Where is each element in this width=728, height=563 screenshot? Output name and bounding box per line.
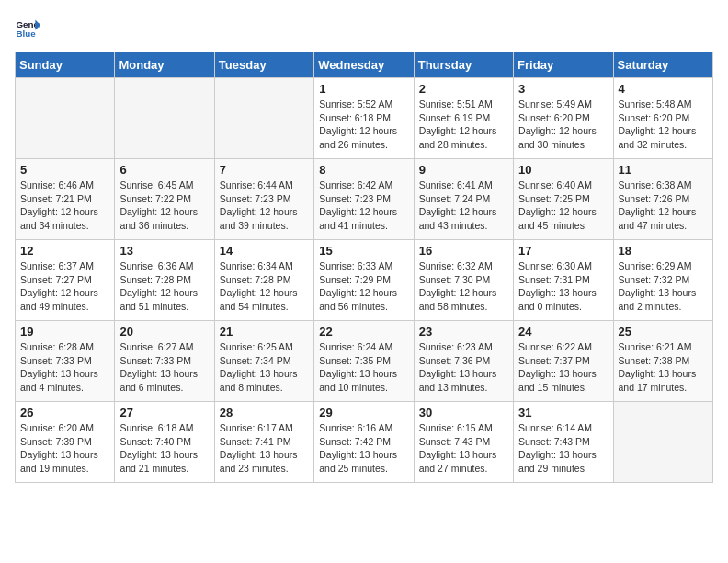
- day-info: Sunrise: 6:24 AM Sunset: 7:35 PM Dayligh…: [319, 340, 408, 395]
- calendar-cell: 22Sunrise: 6:24 AM Sunset: 7:35 PM Dayli…: [314, 321, 414, 402]
- day-number: 7: [220, 163, 309, 177]
- day-info: Sunrise: 6:44 AM Sunset: 7:23 PM Dayligh…: [220, 178, 309, 233]
- day-info: Sunrise: 6:42 AM Sunset: 7:23 PM Dayligh…: [319, 178, 408, 233]
- logo-icon: General Blue: [15, 15, 40, 40]
- calendar-cell: 21Sunrise: 6:25 AM Sunset: 7:34 PM Dayli…: [214, 321, 313, 402]
- calendar-cell: 18Sunrise: 6:29 AM Sunset: 7:32 PM Dayli…: [613, 240, 712, 321]
- day-info: Sunrise: 6:15 AM Sunset: 7:43 PM Dayligh…: [419, 421, 508, 476]
- calendar-header-row: SundayMondayTuesdayWednesdayThursdayFrid…: [16, 52, 713, 78]
- calendar-cell: 19Sunrise: 6:28 AM Sunset: 7:33 PM Dayli…: [16, 321, 115, 402]
- day-info: Sunrise: 6:25 AM Sunset: 7:34 PM Dayligh…: [220, 340, 309, 395]
- day-number: 17: [518, 244, 608, 258]
- day-number: 23: [419, 325, 508, 339]
- day-number: 10: [518, 163, 608, 177]
- day-info: Sunrise: 6:33 AM Sunset: 7:29 PM Dayligh…: [319, 259, 408, 314]
- header-cell-sunday: Sunday: [16, 52, 115, 78]
- calendar-cell: 1Sunrise: 5:52 AM Sunset: 6:18 PM Daylig…: [314, 78, 414, 159]
- calendar-cell: 14Sunrise: 6:34 AM Sunset: 7:28 PM Dayli…: [214, 240, 313, 321]
- day-info: Sunrise: 6:40 AM Sunset: 7:25 PM Dayligh…: [518, 178, 608, 233]
- day-number: 31: [518, 406, 608, 419]
- day-info: Sunrise: 6:23 AM Sunset: 7:36 PM Dayligh…: [419, 340, 508, 395]
- day-info: Sunrise: 6:18 AM Sunset: 7:40 PM Dayligh…: [119, 421, 209, 476]
- day-number: 22: [319, 325, 408, 339]
- day-number: 21: [220, 325, 309, 339]
- day-number: 20: [119, 325, 209, 339]
- day-info: Sunrise: 6:20 AM Sunset: 7:39 PM Dayligh…: [20, 421, 109, 476]
- calendar-week-row: 12Sunrise: 6:37 AM Sunset: 7:27 PM Dayli…: [16, 240, 713, 321]
- calendar-cell: 23Sunrise: 6:23 AM Sunset: 7:36 PM Dayli…: [414, 321, 513, 402]
- calendar-cell: [16, 78, 115, 159]
- day-number: 19: [20, 325, 109, 339]
- day-info: Sunrise: 5:49 AM Sunset: 6:20 PM Dayligh…: [518, 98, 608, 152]
- day-info: Sunrise: 6:38 AM Sunset: 7:26 PM Dayligh…: [619, 178, 708, 233]
- day-number: 30: [419, 406, 508, 419]
- day-number: 3: [518, 82, 608, 96]
- header-cell-friday: Friday: [514, 52, 613, 78]
- calendar-cell: 20Sunrise: 6:27 AM Sunset: 7:33 PM Dayli…: [115, 321, 214, 402]
- day-info: Sunrise: 6:16 AM Sunset: 7:42 PM Dayligh…: [319, 421, 408, 476]
- calendar-cell: 17Sunrise: 6:30 AM Sunset: 7:31 PM Dayli…: [514, 240, 613, 321]
- calendar-cell: 4Sunrise: 5:48 AM Sunset: 6:20 PM Daylig…: [613, 78, 712, 159]
- day-info: Sunrise: 5:52 AM Sunset: 6:18 PM Dayligh…: [319, 98, 408, 152]
- day-number: 5: [20, 163, 109, 177]
- day-info: Sunrise: 6:17 AM Sunset: 7:41 PM Dayligh…: [220, 421, 309, 476]
- day-info: Sunrise: 6:41 AM Sunset: 7:24 PM Dayligh…: [419, 178, 508, 233]
- day-number: 14: [220, 244, 309, 258]
- calendar-cell: 27Sunrise: 6:18 AM Sunset: 7:40 PM Dayli…: [115, 402, 214, 483]
- calendar-cell: [115, 78, 214, 159]
- day-number: 13: [119, 244, 209, 258]
- day-info: Sunrise: 6:22 AM Sunset: 7:37 PM Dayligh…: [518, 340, 608, 395]
- day-number: 1: [319, 82, 408, 96]
- calendar-week-row: 1Sunrise: 5:52 AM Sunset: 6:18 PM Daylig…: [16, 78, 713, 159]
- day-info: Sunrise: 6:45 AM Sunset: 7:22 PM Dayligh…: [119, 178, 209, 233]
- calendar-cell: 9Sunrise: 6:41 AM Sunset: 7:24 PM Daylig…: [414, 159, 513, 240]
- calendar-cell: 29Sunrise: 6:16 AM Sunset: 7:42 PM Dayli…: [314, 402, 414, 483]
- day-number: 8: [319, 163, 408, 177]
- calendar-cell: 24Sunrise: 6:22 AM Sunset: 7:37 PM Dayli…: [514, 321, 613, 402]
- calendar-body: 1Sunrise: 5:52 AM Sunset: 6:18 PM Daylig…: [16, 78, 713, 483]
- day-number: 25: [619, 325, 708, 339]
- header-cell-wednesday: Wednesday: [314, 52, 414, 78]
- day-info: Sunrise: 6:34 AM Sunset: 7:28 PM Dayligh…: [220, 259, 309, 314]
- day-info: Sunrise: 6:29 AM Sunset: 7:32 PM Dayligh…: [619, 259, 708, 314]
- calendar-cell: 6Sunrise: 6:45 AM Sunset: 7:22 PM Daylig…: [115, 159, 214, 240]
- calendar-cell: 10Sunrise: 6:40 AM Sunset: 7:25 PM Dayli…: [514, 159, 613, 240]
- day-info: Sunrise: 6:14 AM Sunset: 7:43 PM Dayligh…: [518, 421, 608, 476]
- day-number: 4: [619, 82, 708, 96]
- calendar-cell: 16Sunrise: 6:32 AM Sunset: 7:30 PM Dayli…: [414, 240, 513, 321]
- day-info: Sunrise: 6:27 AM Sunset: 7:33 PM Dayligh…: [119, 340, 209, 395]
- header-cell-saturday: Saturday: [613, 52, 712, 78]
- calendar-cell: [214, 78, 313, 159]
- day-number: 29: [319, 406, 408, 419]
- day-number: 27: [119, 406, 209, 419]
- calendar-cell: 5Sunrise: 6:46 AM Sunset: 7:21 PM Daylig…: [16, 159, 115, 240]
- header-cell-thursday: Thursday: [414, 52, 513, 78]
- day-number: 18: [619, 244, 708, 258]
- calendar-cell: 15Sunrise: 6:33 AM Sunset: 7:29 PM Dayli…: [314, 240, 414, 321]
- header: General Blue: [15, 15, 713, 40]
- day-info: Sunrise: 6:46 AM Sunset: 7:21 PM Dayligh…: [20, 178, 109, 233]
- calendar-cell: 28Sunrise: 6:17 AM Sunset: 7:41 PM Dayli…: [214, 402, 313, 483]
- day-number: 28: [220, 406, 309, 419]
- day-info: Sunrise: 5:51 AM Sunset: 6:19 PM Dayligh…: [419, 98, 508, 152]
- calendar-table: SundayMondayTuesdayWednesdayThursdayFrid…: [15, 52, 713, 483]
- svg-text:Blue: Blue: [16, 29, 36, 39]
- day-number: 15: [319, 244, 408, 258]
- day-number: 11: [619, 163, 708, 177]
- day-info: Sunrise: 6:21 AM Sunset: 7:38 PM Dayligh…: [619, 340, 708, 395]
- day-number: 26: [20, 406, 109, 419]
- calendar-week-row: 19Sunrise: 6:28 AM Sunset: 7:33 PM Dayli…: [16, 321, 713, 402]
- day-info: Sunrise: 6:37 AM Sunset: 7:27 PM Dayligh…: [20, 259, 109, 314]
- logo: General Blue: [15, 15, 40, 40]
- calendar-week-row: 26Sunrise: 6:20 AM Sunset: 7:39 PM Dayli…: [16, 402, 713, 483]
- calendar-cell: 13Sunrise: 6:36 AM Sunset: 7:28 PM Dayli…: [115, 240, 214, 321]
- day-info: Sunrise: 6:32 AM Sunset: 7:30 PM Dayligh…: [419, 259, 508, 314]
- calendar-cell: [613, 402, 712, 483]
- calendar-cell: 25Sunrise: 6:21 AM Sunset: 7:38 PM Dayli…: [613, 321, 712, 402]
- calendar-cell: 12Sunrise: 6:37 AM Sunset: 7:27 PM Dayli…: [16, 240, 115, 321]
- day-info: Sunrise: 6:36 AM Sunset: 7:28 PM Dayligh…: [119, 259, 209, 314]
- calendar-week-row: 5Sunrise: 6:46 AM Sunset: 7:21 PM Daylig…: [16, 159, 713, 240]
- header-cell-monday: Monday: [115, 52, 214, 78]
- calendar-cell: 8Sunrise: 6:42 AM Sunset: 7:23 PM Daylig…: [314, 159, 414, 240]
- day-number: 16: [419, 244, 508, 258]
